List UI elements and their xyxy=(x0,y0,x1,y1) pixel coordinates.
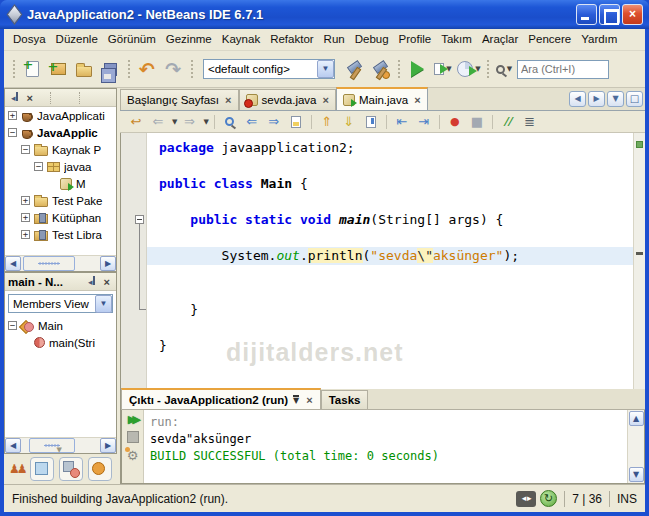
project-tree-node[interactable]: +Test Pake xyxy=(5,192,116,209)
last-edit-button[interactable]: ↩ xyxy=(126,113,146,131)
scrollbar-thumb[interactable] xyxy=(29,438,75,453)
maximize-button[interactable] xyxy=(599,4,620,25)
scroll-tabs-right-icon[interactable]: ▶ xyxy=(588,91,605,107)
menu-item[interactable]: Araçlar xyxy=(477,29,523,50)
shift-right-button[interactable]: ⇥ xyxy=(414,113,434,131)
code-line[interactable]: System.out.println("sevda\"aksünger"); xyxy=(147,247,633,265)
maximize-window-icon[interactable]: □ xyxy=(626,91,643,107)
scroll-tabs-left-icon[interactable]: ◀ xyxy=(569,91,586,107)
projects-hscrollbar[interactable]: ◀ ▶ xyxy=(5,255,116,271)
scroll-down-icon[interactable]: ▼ xyxy=(629,467,644,482)
expander-icon[interactable]: − xyxy=(8,321,17,330)
projects-panel-header[interactable]: ◂ × xyxy=(5,89,116,107)
project-tree-node[interactable]: −Kaynak P xyxy=(5,141,116,158)
menu-item[interactable]: Profile xyxy=(394,29,437,50)
output-vscrollbar[interactable]: ▲ ▼ xyxy=(627,410,644,483)
expander-icon[interactable]: + xyxy=(21,230,30,239)
find-next-button[interactable]: ⇒ xyxy=(264,113,284,131)
navigator-panel-header[interactable]: main - N... ◂ × xyxy=(5,273,116,291)
close-icon[interactable]: × xyxy=(306,394,312,406)
code-line[interactable] xyxy=(147,193,633,211)
profile-button[interactable]: ▼ xyxy=(456,56,482,82)
close-icon[interactable]: × xyxy=(322,94,328,106)
auto-hide-icon[interactable]: ◂ xyxy=(8,92,24,103)
code-line[interactable] xyxy=(147,283,633,301)
scan-refresh-icon[interactable]: ↻ xyxy=(540,490,557,507)
output-menu-icon[interactable]: ▼ xyxy=(293,395,299,404)
ant-settings-icon[interactable]: ⚙ xyxy=(127,448,139,463)
stop-run-icon[interactable] xyxy=(127,431,139,443)
run-button[interactable] xyxy=(404,56,430,82)
stop-macro-button[interactable]: ■ xyxy=(467,113,487,131)
previous-bookmark-button[interactable]: ⇑ xyxy=(317,113,337,131)
save-all-button[interactable] xyxy=(97,56,123,82)
project-tree-node[interactable]: +Kütüphan xyxy=(5,209,116,226)
output-text[interactable]: run:sevda"aksüngerBUILD SUCCESSFUL (tota… xyxy=(150,414,624,465)
close-icon[interactable]: × xyxy=(101,276,113,288)
navigator-tree-node[interactable]: main(Stri xyxy=(5,334,116,351)
close-button[interactable]: × xyxy=(622,4,643,25)
palette-button[interactable] xyxy=(88,457,112,481)
expander-icon[interactable]: − xyxy=(8,128,17,137)
menu-item[interactable]: Gezinme xyxy=(161,29,217,50)
expander-icon[interactable]: + xyxy=(21,213,30,222)
clean-build-button[interactable] xyxy=(367,56,393,82)
code-line[interactable] xyxy=(147,229,633,247)
auto-hide-icon[interactable]: ◂ xyxy=(85,276,101,287)
back-button[interactable]: ⇐ xyxy=(148,113,168,131)
redo-button[interactable]: ↷ xyxy=(160,56,186,82)
code-line[interactable]: } xyxy=(147,337,633,355)
project-tree-node[interactable]: M xyxy=(5,175,116,192)
menu-item[interactable]: Debug xyxy=(350,29,394,50)
record-macro-button[interactable]: ● xyxy=(445,113,465,131)
error-stripe[interactable] xyxy=(633,133,645,389)
navigator-tree-node[interactable]: −Main xyxy=(5,317,116,334)
highlight-search-button[interactable] xyxy=(286,113,306,131)
debug-button[interactable]: ▼ xyxy=(430,56,456,82)
code-fold-toggle[interactable] xyxy=(135,215,144,224)
designer-mode-button[interactable] xyxy=(59,457,83,481)
scroll-up-icon[interactable]: ▲ xyxy=(629,411,644,426)
splitter-handle-icon[interactable]: ▼ xyxy=(57,446,62,454)
expander-icon[interactable]: − xyxy=(34,162,43,171)
project-tree-node[interactable]: −JavaApplic xyxy=(5,124,116,141)
expander-icon[interactable]: + xyxy=(21,196,30,205)
caret-position-mark[interactable] xyxy=(636,252,643,255)
forward-button[interactable]: ⇒ xyxy=(179,113,199,131)
next-bookmark-button[interactable]: ⇓ xyxy=(339,113,359,131)
shift-left-button[interactable]: ⇤ xyxy=(392,113,412,131)
editor-mode-button[interactable] xyxy=(30,457,54,481)
team-icon[interactable]: ♟♟ xyxy=(9,462,25,476)
code-line[interactable]: public class Main { xyxy=(147,175,633,193)
find-previous-button[interactable]: ⇐ xyxy=(242,113,262,131)
chevron-down-icon[interactable]: ▼ xyxy=(95,295,112,313)
code-editor[interactable]: dijitalders.net package javaapplication2… xyxy=(120,133,645,389)
chevron-down-icon[interactable]: ▼ xyxy=(317,60,334,78)
expander-icon[interactable]: + xyxy=(8,111,17,120)
navigator-view-select[interactable]: Members View ▼ xyxy=(8,294,113,313)
tasks-tab[interactable]: Tasks xyxy=(321,390,369,409)
code-line[interactable]: } xyxy=(147,301,633,319)
scrollbar-thumb[interactable] xyxy=(23,256,75,271)
uncomment-button[interactable]: ≣ xyxy=(520,113,540,131)
project-tree-node[interactable]: +Test Libra xyxy=(5,226,116,243)
menu-item[interactable]: Düzenle xyxy=(51,29,103,50)
editor-tab[interactable]: Main.java× xyxy=(336,87,428,110)
menu-item[interactable]: Run xyxy=(319,29,350,50)
scroll-left-icon[interactable]: ◀ xyxy=(5,256,21,271)
search-input[interactable] xyxy=(518,63,608,75)
menu-item[interactable]: Pencere xyxy=(523,29,576,50)
menu-item[interactable]: Kaynak xyxy=(217,29,265,50)
code-line[interactable] xyxy=(147,157,633,175)
menu-item[interactable]: Refaktor xyxy=(265,29,318,50)
new-project-button[interactable]: + xyxy=(45,56,71,82)
title-bar[interactable]: JavaApplication2 - NetBeans IDE 6.7.1 × xyxy=(0,0,649,29)
editor-tab[interactable]: sevda.java× xyxy=(239,89,336,110)
code-area[interactable]: package javaapplication2; public class M… xyxy=(147,133,633,389)
menu-item[interactable]: Görünüm xyxy=(103,29,161,50)
scroll-left-icon[interactable]: ◀ xyxy=(5,438,21,453)
undo-button[interactable]: ↶ xyxy=(134,56,160,82)
rerun-icon[interactable]: ▶▶ xyxy=(128,413,137,426)
output-tab[interactable]: Çıktı - JavaApplication2 (run) ▼ × xyxy=(121,388,321,409)
close-icon[interactable]: × xyxy=(24,92,36,104)
